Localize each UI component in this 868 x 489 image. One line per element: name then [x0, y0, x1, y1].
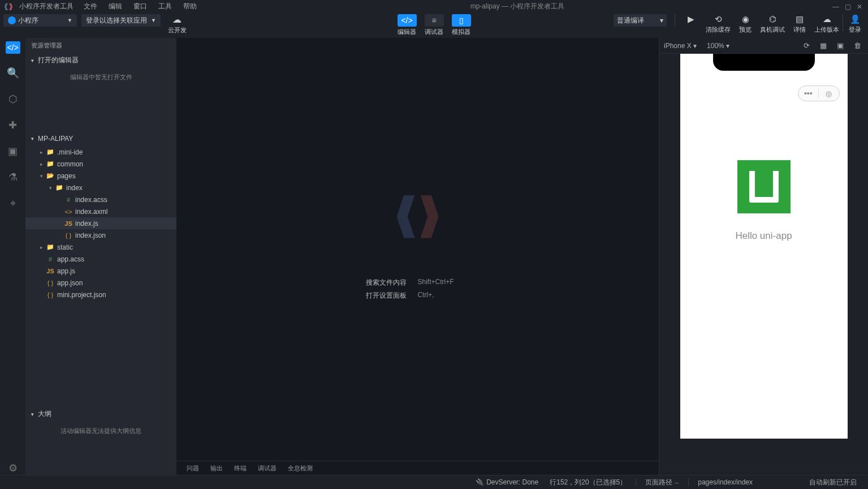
eye-icon: ◉	[733, 14, 758, 24]
program-type-label: 小程序	[18, 16, 38, 25]
outline-empty-message: 活动编辑器无法提供大纲信息	[25, 421, 176, 441]
cursor-position[interactable]: 行152，列20（已选择5）	[550, 478, 627, 487]
menu-window[interactable]: 窗口	[128, 0, 153, 13]
app-logo-icon	[5, 3, 12, 11]
tab-editor[interactable]: </> 编辑器	[395, 14, 419, 36]
compile-button[interactable]: ▶	[679, 14, 703, 24]
upload-button[interactable]: ☁上传版本	[814, 14, 839, 34]
hint-search-keys: Shift+Ctrl+F	[418, 278, 480, 288]
editor-area: 搜索文件内容Shift+Ctrl+F 打开设置面板Ctrl+, 问题 输出 终端…	[176, 38, 659, 475]
chevron-down-icon: ▾	[31, 58, 36, 63]
file-.mini-ide[interactable]: ▸📁.mini-ide	[25, 146, 176, 158]
lab-tab-icon[interactable]: ⚗	[6, 170, 20, 184]
bug-icon: ⌬	[760, 14, 785, 24]
alipay-icon	[8, 16, 16, 24]
main-toolbar: 小程序 ▼ 登录以选择关联应用 ▼ ☁ 云开发 </> 编辑器 ≡ 调试器 ▯ …	[0, 13, 868, 38]
hint-settings-label: 打开设置面板	[356, 291, 407, 301]
file-index.acss[interactable]: #index.acss	[25, 194, 176, 205]
hello-text: Hello uni-app	[735, 230, 792, 242]
file-tree: ▸📁.mini-ide▸📁common▾📂pages▾📁index#index.…	[25, 145, 176, 302]
window-title: mp-alipay — 小程序开发者工具	[202, 2, 832, 11]
tab-debugger[interactable]: ≡ 调试器	[422, 14, 446, 36]
remote-debug-button[interactable]: ⌬真机调试	[760, 14, 785, 34]
hint-settings-keys: Ctrl+,	[418, 291, 480, 301]
file-pages[interactable]: ▾📂pages	[25, 170, 176, 182]
doc-icon: ▤	[787, 14, 812, 24]
search-tab-icon[interactable]: 🔍	[6, 66, 20, 80]
file-index.js[interactable]: JSindex.js	[25, 217, 176, 229]
program-type-dropdown[interactable]: 小程序 ▼	[3, 14, 77, 27]
app-name: 小程序开发者工具	[15, 2, 78, 11]
outline-section[interactable]: ▾ 大纲	[25, 407, 176, 421]
refresh-icon[interactable]: ⟳	[801, 41, 812, 50]
settings-icon[interactable]: ⚙	[6, 461, 20, 475]
login-app-dropdown[interactable]: 登录以选择关联应用 ▼	[81, 14, 161, 27]
explorer-tab-icon[interactable]: </>	[6, 41, 20, 54]
play-icon: ▶	[679, 14, 703, 24]
menu-edit[interactable]: 编辑	[103, 0, 128, 13]
file-app.acss[interactable]: #app.acss	[25, 253, 176, 265]
auto-refresh-status[interactable]: 自动刷新已开启	[809, 478, 857, 487]
file-common[interactable]: ▸📁common	[25, 158, 176, 170]
open-editors-section[interactable]: ▾ 打开的编辑器	[25, 53, 176, 67]
login-button[interactable]: 👤登录	[847, 14, 863, 34]
file-app.json[interactable]: { }app.json	[25, 277, 176, 289]
maximize-button[interactable]: ▢	[845, 3, 851, 11]
broom-icon: ⟲	[706, 14, 731, 24]
compile-mode-label: 普通编译	[617, 16, 644, 25]
trash-icon[interactable]: 🗑	[852, 41, 863, 50]
devserver-status[interactable]: 🔌 DevServer: Done	[476, 478, 538, 486]
user-icon: 👤	[847, 14, 863, 24]
code-icon: </>	[398, 14, 417, 27]
tab-problems[interactable]: 问题	[187, 464, 199, 473]
file-index.json[interactable]: { }index.json	[25, 229, 176, 241]
preview-button[interactable]: ◉预览	[733, 14, 758, 34]
minimize-button[interactable]: ―	[832, 3, 839, 11]
cloud-dev-button[interactable]: ☁ 云开发	[165, 14, 189, 35]
panel-tab-icon[interactable]: ▣	[6, 144, 20, 158]
project-section[interactable]: ▾ MP-ALIPAY	[25, 132, 176, 145]
uni-app-logo	[737, 160, 791, 213]
phone-simulator[interactable]: ••• ◎ Hello uni-app	[680, 54, 848, 439]
screenshot-icon[interactable]: ▣	[835, 41, 846, 50]
chevron-down-icon: ▾	[31, 411, 36, 417]
status-bar: 🔌 DevServer: Done 行152，列20（已选择5） 页面路径 ︿ …	[0, 475, 868, 489]
tab-debug-console[interactable]: 调试器	[258, 464, 277, 473]
page-path-toggle[interactable]: 页面路径 ︿	[645, 478, 679, 487]
close-button[interactable]: ✕	[857, 3, 862, 11]
file-index[interactable]: ▾📁index	[25, 182, 176, 194]
file-app.js[interactable]: JSapp.js	[25, 265, 176, 277]
details-button[interactable]: ▤详情	[787, 14, 812, 34]
inspect-tab-icon[interactable]: ⌖	[6, 196, 20, 210]
compile-mode-dropdown[interactable]: 普通编译 ▾	[614, 14, 667, 27]
file-index.axml[interactable]: <>index.axml	[25, 205, 176, 217]
simulator-panel: iPhone X ▾ 100% ▾ ⟳ ▦ ▣ 🗑 ••• ◎ Hello un…	[659, 38, 868, 475]
chevron-down-icon: ▾	[31, 136, 36, 141]
menu-tool[interactable]: 工具	[153, 0, 178, 13]
tab-terminal[interactable]: 终端	[234, 464, 247, 473]
tab-simulator[interactable]: ▯ 模拟器	[450, 14, 473, 36]
login-app-label: 登录以选择关联应用	[86, 16, 147, 25]
tab-output[interactable]: 输出	[210, 464, 223, 473]
title-bar: 小程序开发者工具 文件 编辑 窗口 工具 帮助 mp-alipay — 小程序开…	[0, 0, 868, 13]
chevron-up-icon: ︿	[675, 479, 679, 486]
menu-bar: 文件 编辑 窗口 工具 帮助	[78, 0, 202, 13]
editor-placeholder-logo	[387, 195, 449, 241]
git-tab-icon[interactable]: ⬡	[6, 92, 20, 106]
tab-holo[interactable]: 全息检测	[288, 464, 313, 473]
device-selector[interactable]: iPhone X ▾	[664, 42, 697, 50]
no-open-files-message: 编辑器中暂无打开文件	[25, 67, 176, 87]
menu-help[interactable]: 帮助	[178, 0, 202, 13]
page-path[interactable]: pages/index/index	[698, 478, 753, 486]
file-static[interactable]: ▸📁static	[25, 241, 176, 253]
menu-file[interactable]: 文件	[78, 0, 103, 13]
extensions-tab-icon[interactable]: ✚	[6, 118, 20, 132]
clear-cache-button[interactable]: ⟲清除缓存	[706, 14, 731, 34]
plug-icon: 🔌	[476, 478, 484, 486]
cloud-icon: ☁	[165, 14, 189, 25]
zoom-selector[interactable]: 100% ▾	[707, 42, 729, 50]
grid-icon[interactable]: ▦	[818, 41, 829, 50]
cloud-dev-label: 云开发	[165, 26, 189, 35]
file-mini.project.json[interactable]: { }mini.project.json	[25, 289, 176, 301]
activity-bar: </> 🔍 ⬡ ✚ ▣ ⚗ ⌖ ⚙	[0, 38, 25, 475]
